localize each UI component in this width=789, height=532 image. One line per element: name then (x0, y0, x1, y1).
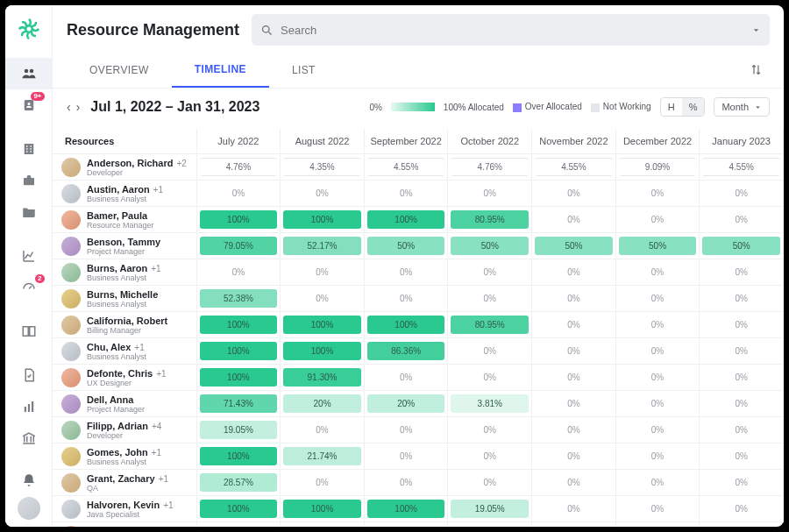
alloc-cell[interactable]: 21.74% (281, 443, 365, 470)
alloc-cell[interactable]: 0% (615, 391, 700, 417)
alloc-cell[interactable]: 100% (364, 312, 448, 338)
alloc-cell[interactable]: 0% (448, 259, 532, 286)
resource-cell[interactable]: Burns, Aaron+1Business Analyst (61, 263, 189, 282)
sidebar-item-contacts[interactable]: 9+ (5, 89, 53, 121)
alloc-cell[interactable]: 0% (700, 286, 784, 312)
alloc-cell[interactable]: 0% (615, 443, 700, 470)
resource-cell[interactable]: Hanpei, Yan (61, 526, 189, 528)
alloc-cell[interactable]: 0% (281, 259, 365, 286)
alloc-cell[interactable]: 0% (532, 312, 616, 338)
alloc-cell[interactable]: 0% (448, 286, 532, 312)
resource-cell[interactable]: Dell, AnnaProject Manager (61, 394, 189, 414)
alloc-cell[interactable]: 4.55% (364, 154, 448, 181)
prev-range-button[interactable]: ‹ (67, 100, 71, 114)
alloc-cell[interactable]: 100% (196, 207, 281, 233)
alloc-cell[interactable]: 0% (700, 207, 784, 233)
alloc-cell[interactable]: 0% (615, 338, 700, 365)
alloc-cell[interactable]: 0% (364, 286, 448, 312)
resource-cell[interactable]: Burns, MichelleBusiness Analyst (61, 289, 189, 309)
alloc-cell[interactable]: 0% (700, 443, 784, 470)
alloc-cell[interactable]: 0% (364, 259, 448, 286)
resource-cell[interactable]: Chu, Alex+1Business Analyst (61, 342, 189, 361)
alloc-cell[interactable]: 0% (615, 181, 700, 207)
sidebar-item-book[interactable] (5, 316, 53, 347)
alloc-cell[interactable]: 4.35% (281, 154, 365, 181)
alloc-cell[interactable]: 50% (532, 233, 616, 259)
alloc-cell[interactable]: 20% (364, 391, 448, 417)
alloc-cell[interactable]: 4.76% (448, 154, 532, 181)
alloc-cell[interactable]: 0% (615, 286, 700, 312)
alloc-cell[interactable]: 0% (700, 496, 784, 522)
tab-timeline[interactable]: TIMELINE (172, 54, 269, 88)
alloc-cell[interactable]: 0% (615, 312, 700, 338)
alloc-cell[interactable]: 0% (196, 181, 281, 207)
alloc-cell[interactable]: 0% (615, 470, 700, 496)
alloc-cell[interactable]: 86.36% (364, 338, 448, 365)
alloc-cell[interactable]: 100% (281, 338, 365, 365)
alloc-cell[interactable]: 100% (281, 496, 365, 522)
sidebar-item-folder[interactable] (5, 196, 53, 228)
sidebar-item-bars[interactable] (5, 391, 53, 422)
alloc-cell[interactable]: 0% (700, 181, 784, 207)
alloc-cell[interactable]: 52.17% (281, 233, 365, 259)
alloc-cell[interactable]: 100% (196, 443, 281, 470)
resource-cell[interactable]: Halvoren, Kevin+1Java Specialist (61, 500, 189, 519)
alloc-cell[interactable]: 100% (196, 496, 281, 522)
sidebar-item-briefcase[interactable] (5, 165, 53, 196)
sort-button[interactable] (743, 56, 770, 86)
alloc-cell[interactable]: 0% (532, 443, 616, 470)
alloc-cell[interactable]: 79.05% (196, 233, 281, 259)
bell-icon[interactable] (21, 472, 37, 488)
resource-cell[interactable]: Grant, Zachary+1QA (61, 473, 189, 493)
alloc-cell[interactable]: 0% (364, 417, 448, 443)
resource-cell[interactable]: Benson, TammyProject Manager (61, 237, 189, 256)
alloc-cell[interactable]: 0% (700, 312, 784, 338)
alloc-cell[interactable]: 0% (532, 496, 616, 522)
alloc-cell[interactable]: 0% (364, 365, 448, 391)
alloc-cell[interactable]: 50% (700, 233, 784, 259)
alloc-cell[interactable]: 0% (196, 259, 281, 286)
sidebar-item-gauge[interactable]: 2 (5, 272, 53, 303)
caret-down-icon[interactable] (751, 25, 761, 35)
tab-overview[interactable]: OVERVIEW (67, 55, 172, 87)
tab-list[interactable]: LIST (269, 55, 338, 87)
alloc-cell[interactable]: 0% (700, 417, 784, 443)
alloc-cell[interactable]: 0% (532, 286, 616, 312)
alloc-cell[interactable]: 4.76% (196, 154, 281, 181)
resource-cell[interactable]: Bamer, PaulaResource Manager (61, 210, 189, 230)
alloc-cell[interactable]: 0% (615, 365, 700, 391)
unit-percent[interactable]: % (682, 98, 705, 116)
interval-select[interactable]: Month (714, 97, 770, 117)
alloc-cell[interactable]: 0% (448, 417, 532, 443)
resource-cell[interactable]: Filipp, Adrian+4Developer (61, 421, 189, 440)
alloc-cell[interactable]: 0% (700, 365, 784, 391)
alloc-cell[interactable]: 100% (281, 312, 365, 338)
alloc-cell[interactable]: 100% (196, 312, 281, 338)
alloc-cell[interactable]: 0% (615, 496, 700, 522)
alloc-cell[interactable]: 0% (448, 365, 532, 391)
alloc-cell[interactable]: 71.43% (196, 391, 281, 417)
alloc-cell[interactable]: 50% (615, 233, 700, 259)
alloc-cell[interactable]: 0% (364, 181, 448, 207)
alloc-cell[interactable]: 0% (532, 365, 616, 391)
alloc-cell[interactable]: 100% (196, 365, 281, 391)
alloc-cell[interactable]: 80.95% (448, 312, 532, 338)
alloc-cell[interactable]: 9.09% (615, 154, 700, 181)
alloc-cell[interactable]: 0% (700, 470, 784, 496)
alloc-cell[interactable]: 0% (532, 259, 616, 286)
alloc-cell[interactable]: 100% (281, 207, 365, 233)
alloc-cell[interactable]: 0% (532, 181, 616, 207)
alloc-cell[interactable]: 0% (364, 443, 448, 470)
resource-cell[interactable]: Gomes, John+1Business Analyst (61, 447, 189, 466)
alloc-cell[interactable]: 0% (281, 470, 365, 496)
alloc-cell[interactable]: 0% (281, 417, 365, 443)
current-user-avatar[interactable] (18, 497, 40, 520)
alloc-cell[interactable]: 52.38% (196, 286, 281, 312)
alloc-cell[interactable]: 0% (532, 338, 616, 365)
alloc-cell[interactable]: 100% (364, 496, 448, 522)
alloc-cell[interactable]: 0% (615, 417, 700, 443)
resource-cell[interactable]: Defonte, Chris+1UX Designer (61, 368, 189, 387)
unit-hours[interactable]: H (661, 98, 682, 116)
alloc-cell[interactable]: 80.95% (448, 207, 532, 233)
alloc-cell[interactable]: 0% (448, 470, 532, 496)
